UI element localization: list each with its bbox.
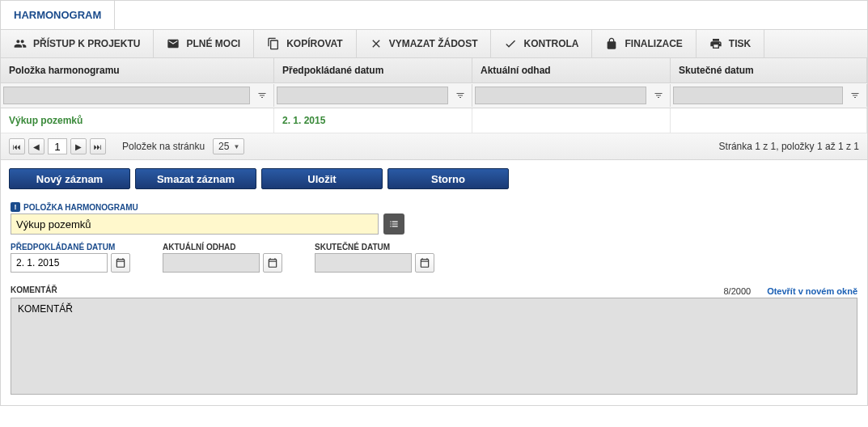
grid-header-actual[interactable]: Skutečné datum (671, 58, 867, 82)
estimate-date-input[interactable] (163, 253, 260, 273)
planned-date-input[interactable] (11, 253, 108, 273)
estimate-date-calendar-button[interactable] (263, 253, 282, 273)
toolbar-access[interactable]: PŘÍSTUP K PROJEKTU (1, 30, 154, 57)
filter-icon (654, 91, 663, 100)
item-picker-button[interactable] (383, 214, 404, 235)
filter-icon-button[interactable] (451, 87, 469, 104)
calendar-icon (267, 257, 278, 268)
toolbar-access-label: PŘÍSTUP K PROJEKTU (33, 38, 140, 49)
comment-label: KOMENTÁŘ (11, 285, 57, 294)
toolbar-check[interactable]: KONTROLA (491, 30, 592, 57)
comment-count: 8/2000 (723, 286, 751, 296)
grid-filter-planned-input[interactable] (277, 87, 448, 104)
pager-prev-button[interactable]: ◀ (28, 138, 44, 154)
toolbar-copy[interactable]: KOPÍROVAT (254, 30, 357, 57)
planned-date-calendar-button[interactable] (111, 253, 130, 273)
actual-date-input[interactable] (315, 253, 412, 273)
actual-date-calendar-button[interactable] (415, 253, 434, 273)
pager-status: Stránka 1 z 1, položky 1 až 1 z 1 (719, 141, 859, 152)
pager-next-button[interactable]: ▶ (70, 138, 87, 154)
cancel-button[interactable]: Storno (387, 168, 509, 189)
toolbar-delete[interactable]: VYMAZAT ŽÁDOST (357, 30, 492, 57)
tab-harmonogram[interactable]: HARMONOGRAM (1, 1, 115, 29)
copy-icon (267, 37, 280, 50)
new-record-button[interactable]: Nový záznam (9, 168, 130, 189)
toolbar-check-label: KONTROLA (523, 38, 578, 49)
list-icon (388, 218, 400, 230)
grid-cell-planned: 2. 1. 2015 (274, 108, 472, 133)
grid-header-item[interactable]: Položka harmonogramu (1, 58, 274, 82)
table-row[interactable]: Výkup pozemků 2. 1. 2015 (1, 108, 867, 133)
grid-filter-estimate-input[interactable] (475, 87, 646, 104)
planned-date-label: PŘEDPOKLÁDANÉ DATUM (11, 243, 130, 252)
filter-icon-button[interactable] (846, 87, 864, 104)
grid-filter (1, 83, 867, 108)
calendar-icon (115, 257, 126, 268)
toolbar-finalize[interactable]: FINALIZACE (592, 30, 696, 57)
filter-icon-button[interactable] (253, 87, 271, 104)
toolbar-print[interactable]: TISK (697, 30, 764, 57)
grid-header: Položka harmonogramu Předpokládané datum… (1, 58, 867, 83)
pager-perpage-label: Položek na stránku (122, 141, 205, 152)
lock-icon (605, 37, 618, 50)
delete-record-button[interactable]: Smazat záznam (135, 168, 256, 189)
item-label: ! POLOŽKA HARMONOGRAMU (11, 202, 857, 212)
toolbar-finalize-label: FINALIZACE (625, 38, 682, 49)
item-input[interactable] (11, 214, 379, 235)
toolbar-delete-label: VYMAZAT ŽÁDOST (389, 38, 478, 49)
actual-date-label: SKUTEČNÉ DATUM (315, 243, 434, 252)
grid-cell-item: Výkup pozemků (1, 108, 274, 133)
grid-cell-estimate (472, 108, 671, 133)
toolbar-power-label: PLNÉ MOCI (186, 38, 240, 49)
pager-last-button[interactable]: ⏭ (90, 138, 106, 154)
toolbar-copy-label: KOPÍROVAT (286, 38, 343, 49)
comment-textarea[interactable] (11, 298, 857, 395)
people-icon (14, 37, 27, 50)
estimate-date-label: AKTUÁLNÍ ODHAD (163, 243, 282, 252)
toolbar-print-label: TISK (729, 38, 751, 49)
grid-header-planned[interactable]: Předpokládané datum (274, 58, 472, 82)
grid-filter-actual-input[interactable] (673, 87, 843, 104)
check-icon (504, 37, 517, 50)
comment-open-new-window[interactable]: Otevřít v novém okně (767, 286, 857, 296)
required-icon: ! (11, 202, 20, 212)
toolbar-power[interactable]: PLNÉ MOCI (154, 30, 254, 57)
filter-icon-button[interactable] (650, 87, 667, 104)
toolbar: PŘÍSTUP K PROJEKTU PLNÉ MOCI KOPÍROVAT V… (1, 30, 867, 58)
filter-icon (455, 91, 465, 100)
save-button[interactable]: Uložit (261, 168, 383, 189)
grid-cell-actual (671, 108, 867, 133)
grid-filter-item-input[interactable] (3, 87, 250, 104)
filter-icon (850, 91, 860, 100)
calendar-icon (419, 257, 430, 268)
pager-perpage-select[interactable]: 25 (213, 138, 244, 154)
pager: ⏮ ◀ ▶ ⏭ Položek na stránku 25 Stránka 1 … (1, 133, 867, 160)
print-icon (709, 37, 722, 50)
pager-page-input[interactable] (48, 138, 67, 154)
close-icon (370, 37, 383, 50)
filter-icon (257, 91, 267, 100)
grid-header-estimate[interactable]: Aktuální odhad (472, 58, 671, 82)
pager-first-button[interactable]: ⏮ (9, 138, 25, 154)
mail-icon (167, 37, 180, 50)
